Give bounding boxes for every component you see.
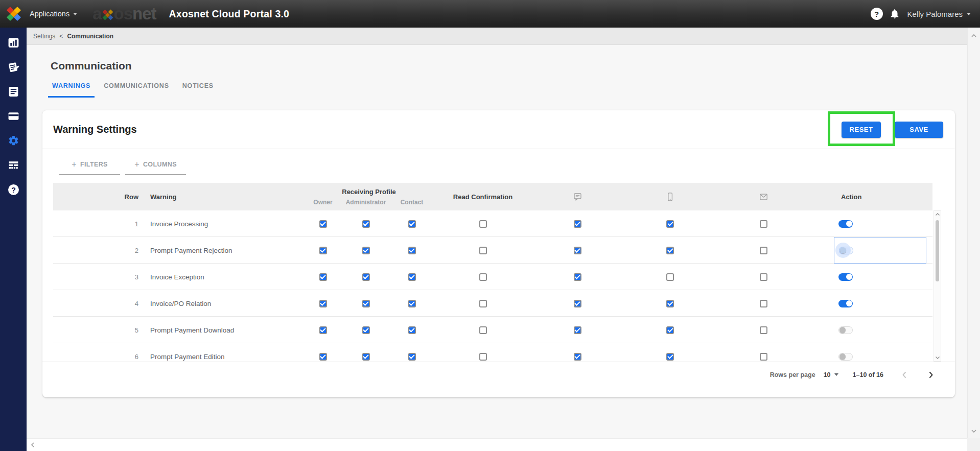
action-toggle[interactable] xyxy=(838,326,853,334)
read-confirmation-checkbox[interactable] xyxy=(479,247,487,254)
contact-checkbox[interactable] xyxy=(408,326,416,334)
tab-warnings[interactable]: WARNINGS xyxy=(48,80,95,98)
chevron-right-icon xyxy=(926,370,936,379)
mail-checkbox[interactable] xyxy=(760,220,767,228)
table-rows-icon xyxy=(8,159,19,171)
notifications-button[interactable] xyxy=(889,8,900,19)
user-menu[interactable]: Kelly Palomares xyxy=(907,10,971,18)
scroll-left-icon[interactable] xyxy=(31,442,35,448)
warning-name: Prompt Payment Edition xyxy=(140,353,304,361)
administrator-checkbox[interactable] xyxy=(362,247,370,254)
administrator-checkbox[interactable] xyxy=(362,220,370,228)
comment-checkbox[interactable] xyxy=(574,353,581,361)
administrator-checkbox[interactable] xyxy=(362,300,370,307)
next-page-button[interactable] xyxy=(926,370,936,379)
chevron-down-icon xyxy=(967,13,971,15)
sidebar-item-dashboard[interactable] xyxy=(8,37,19,49)
action-toggle[interactable] xyxy=(838,353,853,361)
owner-checkbox[interactable] xyxy=(319,247,327,254)
administrator-checkbox[interactable] xyxy=(362,353,370,361)
page-horizontal-scrollbar[interactable] xyxy=(27,438,967,451)
table-header: Row Warning Receiving Profile Owner Admi… xyxy=(53,183,932,210)
row-number: 4 xyxy=(53,300,140,307)
read-confirmation-checkbox[interactable] xyxy=(479,326,487,334)
action-cell xyxy=(834,264,926,290)
column-group-receiving-profile: Receiving Profile Owner Administrator Co… xyxy=(304,188,434,206)
card-title: Warning Settings xyxy=(53,124,842,135)
table-vertical-scrollbar[interactable] xyxy=(934,210,941,362)
previous-page-button[interactable] xyxy=(900,370,909,379)
action-toggle[interactable] xyxy=(839,247,853,254)
mail-checkbox[interactable] xyxy=(760,353,767,361)
scroll-up-icon[interactable] xyxy=(971,34,977,38)
scroll-down-icon[interactable] xyxy=(935,356,940,360)
rows-per-page-select[interactable]: 10 xyxy=(824,371,838,378)
mobile-checkbox[interactable] xyxy=(666,273,674,281)
action-toggle[interactable] xyxy=(838,220,853,228)
action-cell xyxy=(834,343,926,362)
sidebar-item-help[interactable]: ? xyxy=(8,184,19,196)
administrator-checkbox[interactable] xyxy=(362,273,370,281)
sidebar-item-reports[interactable] xyxy=(8,159,19,171)
scrollbar-corner xyxy=(967,438,980,451)
owner-checkbox[interactable] xyxy=(319,353,327,361)
contact-checkbox[interactable] xyxy=(408,300,416,307)
warning-name: Invoice/PO Relation xyxy=(140,300,304,307)
read-confirmation-checkbox[interactable] xyxy=(479,220,487,228)
contact-checkbox[interactable] xyxy=(408,247,416,254)
owner-checkbox[interactable] xyxy=(319,273,327,281)
scroll-up-icon[interactable] xyxy=(935,212,940,216)
action-cell xyxy=(834,210,926,237)
help-button[interactable]: ? xyxy=(871,8,883,20)
mobile-checkbox[interactable] xyxy=(666,353,674,361)
mobile-checkbox[interactable] xyxy=(666,247,674,254)
row-number: 1 xyxy=(53,220,140,228)
columns-button[interactable]: + COLUMNS xyxy=(125,159,186,175)
applications-menu[interactable]: Applications xyxy=(26,7,81,21)
page-vertical-scrollbar[interactable] xyxy=(967,28,980,438)
comment-checkbox[interactable] xyxy=(574,220,581,228)
scroll-down-icon[interactable] xyxy=(971,429,977,433)
action-toggle[interactable] xyxy=(838,300,853,307)
read-confirmation-checkbox[interactable] xyxy=(479,273,487,281)
comment-checkbox[interactable] xyxy=(574,273,581,281)
contact-checkbox[interactable] xyxy=(408,353,416,361)
help-circle-icon: ? xyxy=(8,184,19,196)
tab-communications[interactable]: COMMUNICATIONS xyxy=(100,80,173,98)
action-toggle[interactable] xyxy=(838,273,853,281)
read-confirmation-checkbox[interactable] xyxy=(479,300,487,307)
read-confirmation-checkbox[interactable] xyxy=(479,353,487,361)
mail-checkbox[interactable] xyxy=(760,326,767,334)
comment-checkbox[interactable] xyxy=(574,326,581,334)
action-cell xyxy=(834,317,926,343)
tab-notices[interactable]: NOTICES xyxy=(178,80,218,98)
main-content: Settings < Communication Communication W… xyxy=(27,28,967,438)
contact-checkbox[interactable] xyxy=(408,220,416,228)
scrollbar-thumb[interactable] xyxy=(936,220,939,281)
user-name: Kelly Palomares xyxy=(907,10,963,18)
owner-checkbox[interactable] xyxy=(319,220,327,228)
filters-button[interactable]: + FILTERS xyxy=(59,159,120,175)
owner-checkbox[interactable] xyxy=(319,326,327,334)
table-row: 2 Prompt Payment Rejection xyxy=(53,237,932,264)
mobile-checkbox[interactable] xyxy=(666,220,674,228)
mail-checkbox[interactable] xyxy=(760,247,767,254)
sidebar-item-documents[interactable] xyxy=(8,86,19,98)
tab-bar: WARNINGS COMMUNICATIONS NOTICES xyxy=(48,80,967,98)
sidebar-item-settings[interactable] xyxy=(8,135,19,147)
save-button[interactable]: SAVE xyxy=(895,122,943,138)
mobile-checkbox[interactable] xyxy=(666,326,674,334)
contact-checkbox[interactable] xyxy=(408,273,416,281)
owner-checkbox[interactable] xyxy=(319,300,327,307)
sidebar: ? xyxy=(0,28,27,451)
comment-checkbox[interactable] xyxy=(574,247,581,254)
mail-checkbox[interactable] xyxy=(760,273,767,281)
mobile-checkbox[interactable] xyxy=(666,300,674,307)
comment-checkbox[interactable] xyxy=(574,300,581,307)
sidebar-item-payments[interactable] xyxy=(8,110,19,122)
breadcrumb-settings[interactable]: Settings xyxy=(33,33,55,40)
sidebar-item-document-edit[interactable] xyxy=(8,61,19,73)
mail-checkbox[interactable] xyxy=(760,300,767,307)
administrator-checkbox[interactable] xyxy=(362,326,370,334)
reset-button[interactable]: RESET xyxy=(842,122,881,138)
